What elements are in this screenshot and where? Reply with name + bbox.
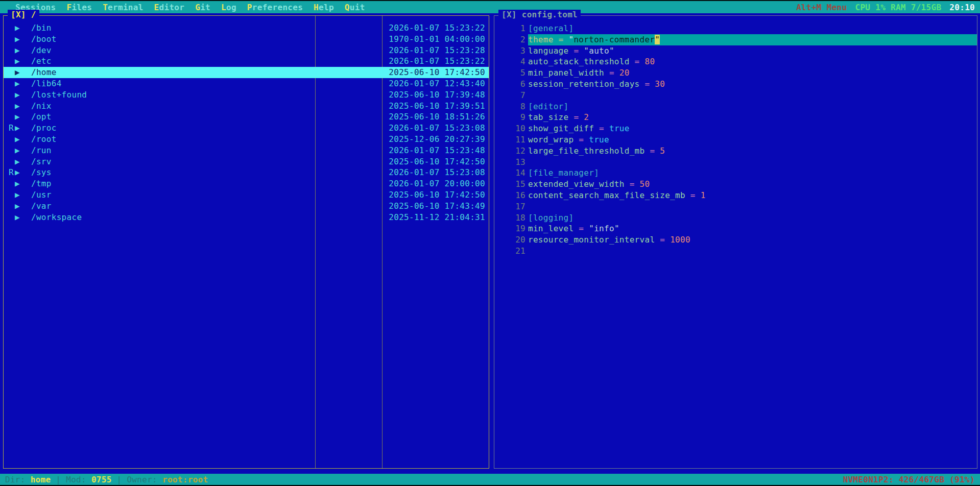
modified-date: 2025-06-10 17:42:50 — [389, 189, 485, 201]
file-row-lostfound[interactable]: ▶/lost+found2025-06-10 17:39:48 — [4, 89, 489, 101]
menu-item-git[interactable]: Git — [195, 3, 210, 12]
line-content — [528, 246, 977, 257]
line-content: auto_stack_threshold = 80 — [528, 56, 977, 67]
editor-line-7[interactable]: 7 — [494, 90, 977, 101]
modified-date: 1970-01-01 04:00:00 — [389, 34, 485, 45]
editor-filename: config.toml — [522, 10, 578, 19]
file-row-lib64[interactable]: ▶/lib642026-01-07 12:43:40 — [4, 78, 489, 89]
expand-arrow-icon: ▶ — [15, 145, 27, 156]
dir-name: /opt — [31, 112, 52, 121]
editor-line-19[interactable]: 19min_level = "info" — [494, 223, 977, 234]
editor-line-5[interactable]: 5min_panel_width = 20 — [494, 67, 977, 79]
file-row-var[interactable]: ▶/var2025-06-10 17:43:49 — [4, 201, 489, 212]
file-panel-title: [X] / — [8, 10, 39, 19]
toml-equals: = — [685, 190, 701, 200]
expand-arrow-icon: ▶ — [15, 212, 27, 223]
expand-arrow-icon: ▶ — [15, 101, 27, 112]
toml-string: "auto" — [584, 46, 614, 56]
file-row-run[interactable]: ▶/run2026-01-07 15:23:48 — [4, 145, 489, 156]
editor-line-8[interactable]: 8[editor] — [494, 101, 977, 112]
line-number: 17 — [494, 201, 525, 212]
file-row-dev[interactable]: ▶/dev2026-01-07 15:23:28 — [4, 45, 489, 56]
dir-name: /srv — [31, 157, 52, 166]
menu-shortcut-hint: Alt+M Menu — [796, 3, 847, 12]
file-row-workspace[interactable]: ▶/workspace2025-11-12 21:04:31 — [4, 212, 489, 223]
editor-line-20[interactable]: 20resource_monitor_interval = 1000 — [494, 234, 977, 246]
mod-value: 0755 — [91, 475, 112, 484]
expand-arrow-icon: ▶ — [15, 111, 27, 123]
mod-label: Mod: — [66, 475, 91, 484]
modified-date: 2025-06-10 17:39:48 — [389, 89, 485, 101]
file-row-proc[interactable]: R▶/proc2026-01-07 15:23:08 — [4, 123, 489, 134]
menu-item-quit[interactable]: Quit — [345, 3, 365, 12]
modified-date: 2026-01-07 15:23:08 — [389, 123, 485, 134]
dir-name: /usr — [31, 190, 52, 200]
line-content: theme = "norton-commander" — [528, 34, 977, 45]
line-number: 9 — [494, 112, 525, 123]
editor-line-15[interactable]: 15extended_view_width = 50 — [494, 179, 977, 190]
editor-line-18[interactable]: 18[logging] — [494, 212, 977, 224]
hotkey-letter: G — [195, 3, 200, 12]
menu-item-help[interactable]: Help — [314, 3, 334, 12]
menu-item-files[interactable]: Files — [66, 3, 92, 12]
line-content: content_search_max_file_size_mb = 1 — [528, 190, 977, 201]
file-row-etc[interactable]: ▶/etc2026-01-07 15:23:22 — [4, 56, 489, 67]
editor-panel-close-button[interactable]: [X] — [501, 10, 517, 19]
editor-panel-title: [X] config.toml — [498, 10, 581, 19]
readonly-marker: R — [9, 167, 15, 178]
editor-line-2[interactable]: 2theme = "norton-commander" — [494, 34, 977, 45]
editor-line-1[interactable]: 1[general] — [494, 23, 977, 34]
file-row-nix[interactable]: ▶/nix2025-06-10 17:39:51 — [4, 101, 489, 112]
line-number: 14 — [494, 167, 525, 179]
file-row-home[interactable]: ▶/home2025-06-10 17:42:50 — [4, 67, 489, 78]
editor-line-3[interactable]: 3language = "auto" — [494, 45, 977, 57]
toml-number: 2 — [584, 112, 589, 122]
editor-line-13[interactable]: 13 — [494, 157, 977, 168]
toml-equals: = — [644, 146, 660, 156]
toml-equals: = — [594, 124, 609, 133]
modified-date: 2025-06-10 17:39:51 — [389, 101, 485, 112]
editor-line-14[interactable]: 14[file_manager] — [494, 167, 977, 179]
line-content: min_panel_width = 20 — [528, 67, 977, 79]
editor-line-4[interactable]: 4auto_stack_threshold = 80 — [494, 56, 977, 67]
line-content: session_retention_days = 30 — [528, 79, 977, 90]
modified-date: 2026-01-07 15:23:22 — [389, 22, 485, 34]
toml-key: large_file_threshold_mb — [528, 146, 644, 156]
current-path: / — [31, 10, 36, 19]
expand-arrow-icon: ▶ — [15, 178, 27, 189]
toml-quote: " — [568, 35, 573, 44]
file-row-root[interactable]: ▶/root2025-12-06 20:27:39 — [4, 134, 489, 145]
file-row-usr[interactable]: ▶/usr2025-06-10 17:42:50 — [4, 189, 489, 201]
modified-date: 2026-01-07 12:43:40 — [389, 78, 485, 89]
file-row-sys[interactable]: R▶/sys2026-01-07 15:23:08 — [4, 167, 489, 178]
editor-line-9[interactable]: 9tab_size = 2 — [494, 112, 977, 123]
line-content — [528, 157, 977, 168]
file-panel-close-button[interactable]: [X] — [11, 10, 26, 19]
menu-item-editor[interactable]: Editor — [154, 3, 185, 12]
editor-line-17[interactable]: 17 — [494, 201, 977, 212]
owner-label: Owner: — [127, 475, 162, 484]
menu-item-preferences[interactable]: Preferences — [247, 3, 303, 12]
editor-line-16[interactable]: 16content_search_max_file_size_mb = 1 — [494, 190, 977, 201]
editor-content[interactable]: 1[general]2theme = "norton-commander"3la… — [494, 23, 977, 257]
editor-line-10[interactable]: 10show_git_diff = true — [494, 123, 977, 134]
file-row-bin[interactable]: ▶/bin2026-01-07 15:23:22 — [4, 22, 489, 34]
editor-line-6[interactable]: 6session_retention_days = 30 — [494, 79, 977, 90]
separator: | — [112, 475, 127, 484]
toml-boolean: true — [609, 124, 630, 133]
menu-item-terminal[interactable]: Terminal — [103, 3, 143, 12]
dir-name: /etc — [31, 56, 52, 66]
menu-item-log[interactable]: Log — [221, 3, 236, 12]
file-row-opt[interactable]: ▶/opt2025-06-10 18:51:26 — [4, 111, 489, 123]
editor-line-11[interactable]: 11word_wrap = true — [494, 134, 977, 145]
file-row-boot[interactable]: ▶/boot1970-01-01 04:00:00 — [4, 34, 489, 45]
toml-key: tab_size — [528, 112, 568, 122]
editor-line-12[interactable]: 12large_file_threshold_mb = 5 — [494, 145, 977, 157]
file-row-tmp[interactable]: ▶/tmp2026-01-07 20:00:00 — [4, 178, 489, 189]
toml-key: min_panel_width — [528, 68, 604, 78]
file-row-srv[interactable]: ▶/srv2025-06-10 17:42:50 — [4, 156, 489, 167]
editor-line-21[interactable]: 21 — [494, 246, 977, 257]
dir-name: /run — [31, 145, 52, 155]
status-left: Dir: home | Mod: 0755 | Owner: root:root — [5, 475, 208, 484]
toml-number: 1 — [701, 190, 706, 200]
